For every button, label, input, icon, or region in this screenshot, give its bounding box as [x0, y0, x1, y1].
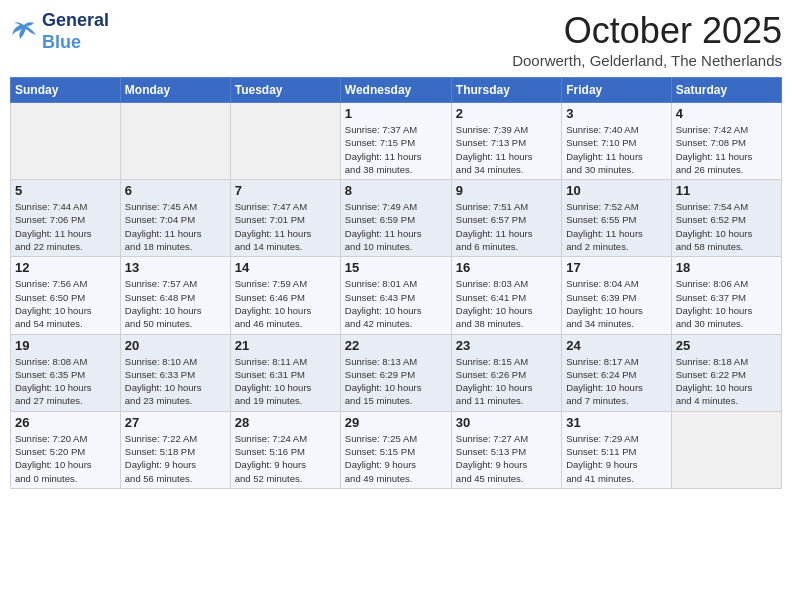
weekday-header-sunday: Sunday — [11, 78, 121, 103]
day-info: Sunrise: 7:27 AM Sunset: 5:13 PM Dayligh… — [456, 432, 557, 485]
day-info: Sunrise: 8:13 AM Sunset: 6:29 PM Dayligh… — [345, 355, 447, 408]
day-number: 8 — [345, 183, 447, 198]
day-info: Sunrise: 7:49 AM Sunset: 6:59 PM Dayligh… — [345, 200, 447, 253]
day-number: 14 — [235, 260, 336, 275]
day-info: Sunrise: 7:22 AM Sunset: 5:18 PM Dayligh… — [125, 432, 226, 485]
day-info: Sunrise: 7:20 AM Sunset: 5:20 PM Dayligh… — [15, 432, 116, 485]
calendar-cell: 14Sunrise: 7:59 AM Sunset: 6:46 PM Dayli… — [230, 257, 340, 334]
calendar-cell: 27Sunrise: 7:22 AM Sunset: 5:18 PM Dayli… — [120, 411, 230, 488]
day-info: Sunrise: 7:37 AM Sunset: 7:15 PM Dayligh… — [345, 123, 447, 176]
calendar-week-row: 5Sunrise: 7:44 AM Sunset: 7:06 PM Daylig… — [11, 180, 782, 257]
calendar-cell: 7Sunrise: 7:47 AM Sunset: 7:01 PM Daylig… — [230, 180, 340, 257]
calendar-cell: 19Sunrise: 8:08 AM Sunset: 6:35 PM Dayli… — [11, 334, 121, 411]
day-number: 12 — [15, 260, 116, 275]
day-info: Sunrise: 7:44 AM Sunset: 7:06 PM Dayligh… — [15, 200, 116, 253]
calendar-cell: 9Sunrise: 7:51 AM Sunset: 6:57 PM Daylig… — [451, 180, 561, 257]
weekday-header-tuesday: Tuesday — [230, 78, 340, 103]
weekday-header-thursday: Thursday — [451, 78, 561, 103]
title-block: October 2025 Doorwerth, Gelderland, The … — [512, 10, 782, 69]
day-number: 25 — [676, 338, 777, 353]
day-info: Sunrise: 7:51 AM Sunset: 6:57 PM Dayligh… — [456, 200, 557, 253]
calendar-cell: 4Sunrise: 7:42 AM Sunset: 7:08 PM Daylig… — [671, 103, 781, 180]
calendar-week-row: 26Sunrise: 7:20 AM Sunset: 5:20 PM Dayli… — [11, 411, 782, 488]
calendar-cell: 8Sunrise: 7:49 AM Sunset: 6:59 PM Daylig… — [340, 180, 451, 257]
calendar-cell: 25Sunrise: 8:18 AM Sunset: 6:22 PM Dayli… — [671, 334, 781, 411]
calendar-cell — [230, 103, 340, 180]
calendar-cell — [11, 103, 121, 180]
day-number: 17 — [566, 260, 666, 275]
calendar-cell: 3Sunrise: 7:40 AM Sunset: 7:10 PM Daylig… — [562, 103, 671, 180]
day-info: Sunrise: 7:29 AM Sunset: 5:11 PM Dayligh… — [566, 432, 666, 485]
day-number: 29 — [345, 415, 447, 430]
day-number: 6 — [125, 183, 226, 198]
day-number: 22 — [345, 338, 447, 353]
day-number: 15 — [345, 260, 447, 275]
calendar-cell: 31Sunrise: 7:29 AM Sunset: 5:11 PM Dayli… — [562, 411, 671, 488]
day-info: Sunrise: 8:10 AM Sunset: 6:33 PM Dayligh… — [125, 355, 226, 408]
calendar-cell: 10Sunrise: 7:52 AM Sunset: 6:55 PM Dayli… — [562, 180, 671, 257]
calendar-cell: 21Sunrise: 8:11 AM Sunset: 6:31 PM Dayli… — [230, 334, 340, 411]
calendar-cell: 22Sunrise: 8:13 AM Sunset: 6:29 PM Dayli… — [340, 334, 451, 411]
day-info: Sunrise: 8:01 AM Sunset: 6:43 PM Dayligh… — [345, 277, 447, 330]
calendar-cell: 24Sunrise: 8:17 AM Sunset: 6:24 PM Dayli… — [562, 334, 671, 411]
day-number: 1 — [345, 106, 447, 121]
calendar-cell: 30Sunrise: 7:27 AM Sunset: 5:13 PM Dayli… — [451, 411, 561, 488]
day-number: 23 — [456, 338, 557, 353]
calendar-cell — [120, 103, 230, 180]
calendar-week-row: 12Sunrise: 7:56 AM Sunset: 6:50 PM Dayli… — [11, 257, 782, 334]
day-info: Sunrise: 8:11 AM Sunset: 6:31 PM Dayligh… — [235, 355, 336, 408]
day-number: 2 — [456, 106, 557, 121]
day-info: Sunrise: 7:45 AM Sunset: 7:04 PM Dayligh… — [125, 200, 226, 253]
calendar-cell: 15Sunrise: 8:01 AM Sunset: 6:43 PM Dayli… — [340, 257, 451, 334]
calendar-cell: 29Sunrise: 7:25 AM Sunset: 5:15 PM Dayli… — [340, 411, 451, 488]
calendar-week-row: 1Sunrise: 7:37 AM Sunset: 7:15 PM Daylig… — [11, 103, 782, 180]
day-number: 19 — [15, 338, 116, 353]
weekday-header-wednesday: Wednesday — [340, 78, 451, 103]
day-info: Sunrise: 7:40 AM Sunset: 7:10 PM Dayligh… — [566, 123, 666, 176]
calendar-week-row: 19Sunrise: 8:08 AM Sunset: 6:35 PM Dayli… — [11, 334, 782, 411]
day-number: 11 — [676, 183, 777, 198]
day-info: Sunrise: 8:15 AM Sunset: 6:26 PM Dayligh… — [456, 355, 557, 408]
day-number: 3 — [566, 106, 666, 121]
day-number: 5 — [15, 183, 116, 198]
calendar-cell: 13Sunrise: 7:57 AM Sunset: 6:48 PM Dayli… — [120, 257, 230, 334]
day-info: Sunrise: 7:25 AM Sunset: 5:15 PM Dayligh… — [345, 432, 447, 485]
calendar-cell: 20Sunrise: 8:10 AM Sunset: 6:33 PM Dayli… — [120, 334, 230, 411]
day-info: Sunrise: 7:57 AM Sunset: 6:48 PM Dayligh… — [125, 277, 226, 330]
day-info: Sunrise: 7:24 AM Sunset: 5:16 PM Dayligh… — [235, 432, 336, 485]
day-number: 26 — [15, 415, 116, 430]
calendar-cell: 16Sunrise: 8:03 AM Sunset: 6:41 PM Dayli… — [451, 257, 561, 334]
day-number: 9 — [456, 183, 557, 198]
day-number: 31 — [566, 415, 666, 430]
day-info: Sunrise: 8:06 AM Sunset: 6:37 PM Dayligh… — [676, 277, 777, 330]
logo-text: General Blue — [42, 10, 109, 53]
calendar-cell: 6Sunrise: 7:45 AM Sunset: 7:04 PM Daylig… — [120, 180, 230, 257]
calendar-cell — [671, 411, 781, 488]
weekday-header-saturday: Saturday — [671, 78, 781, 103]
day-info: Sunrise: 7:59 AM Sunset: 6:46 PM Dayligh… — [235, 277, 336, 330]
calendar-cell: 28Sunrise: 7:24 AM Sunset: 5:16 PM Dayli… — [230, 411, 340, 488]
day-number: 24 — [566, 338, 666, 353]
day-number: 28 — [235, 415, 336, 430]
day-info: Sunrise: 8:17 AM Sunset: 6:24 PM Dayligh… — [566, 355, 666, 408]
day-number: 16 — [456, 260, 557, 275]
day-number: 7 — [235, 183, 336, 198]
day-number: 20 — [125, 338, 226, 353]
logo-icon — [10, 21, 38, 43]
calendar-table: SundayMondayTuesdayWednesdayThursdayFrid… — [10, 77, 782, 489]
page-header: General Blue October 2025 Doorwerth, Gel… — [10, 10, 782, 69]
day-info: Sunrise: 7:52 AM Sunset: 6:55 PM Dayligh… — [566, 200, 666, 253]
calendar-cell: 17Sunrise: 8:04 AM Sunset: 6:39 PM Dayli… — [562, 257, 671, 334]
calendar-cell: 2Sunrise: 7:39 AM Sunset: 7:13 PM Daylig… — [451, 103, 561, 180]
day-info: Sunrise: 8:03 AM Sunset: 6:41 PM Dayligh… — [456, 277, 557, 330]
day-number: 18 — [676, 260, 777, 275]
weekday-header-friday: Friday — [562, 78, 671, 103]
day-info: Sunrise: 8:08 AM Sunset: 6:35 PM Dayligh… — [15, 355, 116, 408]
calendar-cell: 1Sunrise: 7:37 AM Sunset: 7:15 PM Daylig… — [340, 103, 451, 180]
day-info: Sunrise: 7:47 AM Sunset: 7:01 PM Dayligh… — [235, 200, 336, 253]
day-info: Sunrise: 7:54 AM Sunset: 6:52 PM Dayligh… — [676, 200, 777, 253]
calendar-cell: 5Sunrise: 7:44 AM Sunset: 7:06 PM Daylig… — [11, 180, 121, 257]
location-subtitle: Doorwerth, Gelderland, The Netherlands — [512, 52, 782, 69]
calendar-cell: 26Sunrise: 7:20 AM Sunset: 5:20 PM Dayli… — [11, 411, 121, 488]
calendar-cell: 12Sunrise: 7:56 AM Sunset: 6:50 PM Dayli… — [11, 257, 121, 334]
